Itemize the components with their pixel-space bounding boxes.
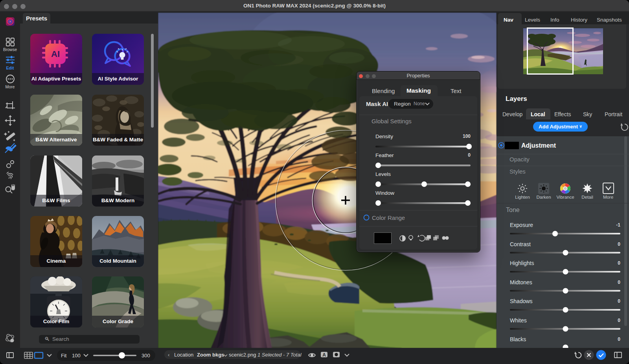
svg-text:Feather: Feather <box>375 152 394 158</box>
svg-text:0: 0 <box>468 152 471 158</box>
svg-text:0: 0 <box>618 260 620 266</box>
svg-text:0: 0 <box>618 337 620 342</box>
svg-text:Lighten: Lighten <box>515 195 530 199</box>
svg-text:Vibrance: Vibrance <box>556 195 574 199</box>
svg-text:Contrast: Contrast <box>510 241 531 247</box>
svg-text:Midtones: Midtones <box>510 279 532 285</box>
svg-text:Highlights: Highlights <box>510 260 534 266</box>
svg-text:0: 0 <box>618 241 620 247</box>
svg-text:Mask AI: Mask AI <box>366 101 388 107</box>
svg-text:Levels: Levels <box>375 171 391 177</box>
svg-text:Detail: Detail <box>581 195 593 199</box>
svg-text:Density: Density <box>375 134 393 139</box>
svg-text:Darken: Darken <box>536 195 551 199</box>
svg-text:Global Settings: Global Settings <box>372 118 412 124</box>
svg-text:100: 100 <box>463 134 471 139</box>
svg-text:Color Range: Color Range <box>372 214 405 221</box>
svg-text:0: 0 <box>618 280 620 285</box>
svg-text:Exposure: Exposure <box>510 222 533 228</box>
svg-text:0: 0 <box>618 318 620 323</box>
svg-text:Adjustment: Adjustment <box>521 142 556 149</box>
svg-text:AI: AI <box>51 49 60 59</box>
svg-text:More: More <box>603 195 613 199</box>
svg-text:None: None <box>414 101 425 106</box>
svg-text:0: 0 <box>618 298 620 304</box>
svg-text:-1: -1 <box>616 222 620 228</box>
svg-text:Tone: Tone <box>506 207 520 213</box>
svg-text:Opacity: Opacity <box>509 156 530 163</box>
svg-text:Shadows: Shadows <box>510 298 533 304</box>
svg-text:Blacks: Blacks <box>510 336 526 342</box>
svg-text:Region: Region <box>394 101 411 107</box>
svg-text:Whites: Whites <box>510 317 527 324</box>
svg-text:Window: Window <box>375 190 394 196</box>
svg-text:A: A <box>322 352 326 358</box>
svg-text:Styles: Styles <box>509 168 526 175</box>
